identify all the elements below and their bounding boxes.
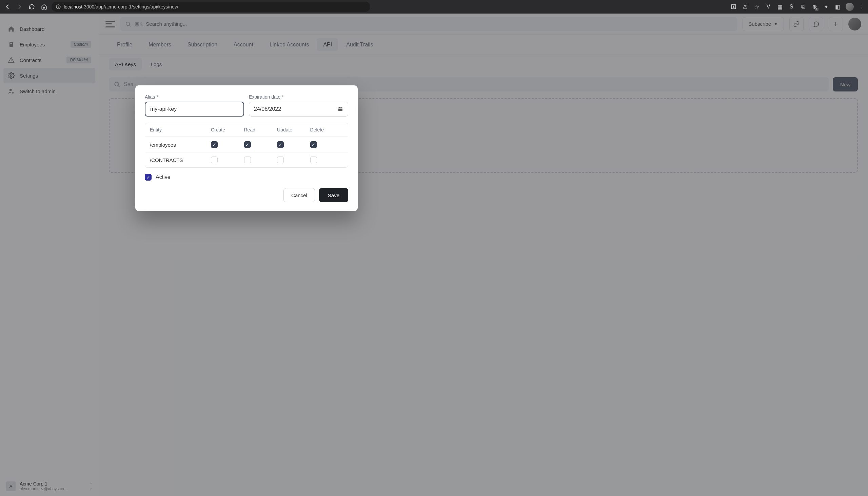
checkbox-delete[interactable] [310,141,317,148]
app-root: Dashboard Employees Custom Contracts DB … [0,14,868,496]
share-icon[interactable] [742,3,749,10]
back-button[interactable] [3,2,12,12]
url-bar[interactable]: localhost:3000/app/acme-corp-1/settings/… [51,2,370,12]
checkbox-delete[interactable] [310,156,317,163]
checkbox-create[interactable] [211,156,218,163]
active-row: Active [145,174,348,181]
cancel-button[interactable]: Cancel [283,188,315,202]
calendar-icon [338,106,343,112]
checkbox-read[interactable] [244,141,251,148]
permissions-row-contracts: /CONTRACTS [145,152,348,167]
menu-icon[interactable]: ⋮ [858,3,865,10]
extensions-icon[interactable]: ✦ [823,3,829,10]
active-label: Active [155,174,170,180]
entity-name: /employees [150,142,211,148]
permissions-table: Entity Create Read Update Delete /employ… [145,123,348,168]
expiration-input[interactable]: 24/06/2022 [249,102,348,117]
alias-field: Alias * [145,94,244,117]
checkbox-update[interactable] [277,141,284,148]
modal-overlay[interactable] [0,14,868,496]
col-read: Read [244,127,278,133]
expiration-field: Expiration date * 24/06/2022 [249,94,348,117]
ext-s-icon[interactable]: S [788,3,795,10]
active-checkbox[interactable] [145,174,152,181]
col-delete: Delete [310,127,343,133]
browser-chrome: localhost:3000/app/acme-corp-1/settings/… [0,0,868,14]
col-entity: Entity [150,127,211,133]
col-update: Update [277,127,310,133]
ext-snow-icon[interactable]: ❋1 [811,3,818,10]
expiration-label: Expiration date * [249,94,348,99]
side-panel-icon[interactable]: ◧ [834,3,841,10]
profile-avatar[interactable] [845,3,854,11]
alias-label: Alias * [145,94,244,99]
reload-button[interactable] [27,2,36,12]
ext-v-icon[interactable]: V [765,3,772,10]
permissions-header: Entity Create Read Update Delete [145,123,348,137]
svg-rect-8 [339,107,342,111]
forward-button[interactable] [15,2,25,12]
checkbox-update[interactable] [277,156,284,163]
col-create: Create [211,127,244,133]
checkbox-read[interactable] [244,156,251,163]
save-button[interactable]: Save [319,188,348,202]
modal-actions: Cancel Save [145,188,348,202]
star-icon[interactable]: ☆ [753,3,760,10]
key-icon[interactable]: ⚿ [730,3,737,10]
checkbox-create[interactable] [211,141,218,148]
new-api-key-modal: Alias * Expiration date * 24/06/2022 Ent… [135,86,358,211]
ext-translate-icon[interactable]: ⧉ [799,3,806,10]
alias-input[interactable] [145,102,244,117]
url-text: localhost:3000/app/acme-corp-1/settings/… [64,4,178,10]
entity-name: /CONTRACTS [150,157,211,163]
info-icon [56,4,61,10]
ext-pattern-icon[interactable]: ▦ [776,3,783,10]
home-button[interactable] [39,2,49,12]
expiration-value: 24/06/2022 [254,106,281,112]
permissions-row-employees: /employees [145,137,348,152]
